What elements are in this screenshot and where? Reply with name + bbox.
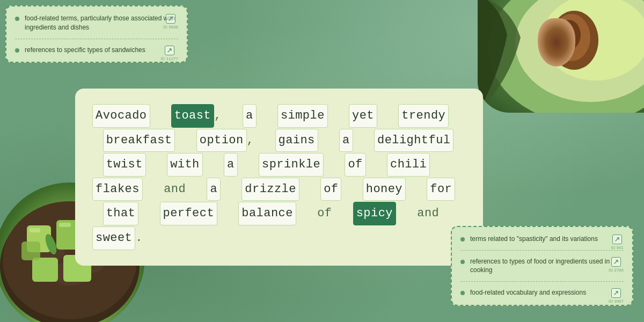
item-id-br-3: ID 3967 [609,299,624,304]
card-divider-br-1 [460,250,624,251]
word-option: option [196,129,247,152]
bullet-br-1 [460,237,465,241]
word-balance: balance [238,202,296,225]
svg-rect-18 [59,223,71,227]
card-divider [15,39,178,39]
card-bottom-right: terms related to "spasticity" and its va… [451,226,633,306]
word-of3: of [317,207,332,220]
link-icon-br-2[interactable] [611,257,621,267]
bullet-br-2 [460,260,465,264]
svg-point-5 [557,20,581,50]
word-of1: of [345,153,365,177]
word-sweet: sweet [92,226,135,250]
word-breakfast: breakfast [103,129,175,152]
word-and1: and [164,182,186,196]
word-a4: a [207,178,221,201]
word-a2: a [339,129,353,152]
word-and2: and [417,207,439,220]
link-icon-br-3[interactable] [611,288,621,298]
external-link-2[interactable]: ID 11277 [161,46,178,61]
word-that: that [103,202,139,225]
card-br-item-3: food-related vocabulary and expressions … [460,288,624,297]
word-delightful: delightful [374,129,453,152]
card-item-2: references to specific types of sandwich… [15,46,178,55]
link-icon-br-1[interactable] [612,235,622,244]
svg-rect-16 [21,241,40,260]
link-icon-2[interactable] [165,46,174,55]
word-toast: toast [171,104,214,128]
item-text-1: food-related terms, particularly those a… [25,14,178,32]
item-text-br-3: food-related vocabulary and expressions [470,288,624,297]
sep-comma-1: , [214,109,222,122]
word-perfect: perfect [160,202,218,225]
item-text-br-1: terms related to "spasticity" and its va… [470,235,624,244]
bullet-br-3 [460,291,465,295]
item-id-br-2: ID 2786 [609,268,624,273]
card-item-1: food-related terms, particularly those a… [15,14,178,32]
word-a3: a [224,153,238,177]
external-link-br-1[interactable]: ID 941 [611,235,624,250]
bullet-1 [15,17,19,21]
word-yet: yet [349,104,377,128]
word-trendy: trendy [398,104,449,128]
external-link-br-2[interactable]: ID 2786 [609,257,624,273]
word-for: for [427,178,455,201]
item-id-2: ID 11277 [161,56,178,61]
sep-period: . [135,231,143,245]
external-link-br-3[interactable]: ID 3967 [609,288,624,304]
item-text-br-2: references to types of food or ingredien… [470,257,624,275]
sep-comma-2: , [247,134,254,147]
item-text-2: references to specific types of sandwich… [25,46,178,55]
main-sentence: Avocado toast, a simple yet trendy break… [92,104,466,251]
svg-rect-17 [30,228,40,232]
item-id-1: ID 5838 [163,25,178,30]
word-sprinkle: sprinkle [259,153,324,177]
bullet-2 [15,48,19,53]
word-of2: of [320,178,341,201]
word-avocado: Avocado [92,104,150,128]
word-chili: chili [387,153,430,177]
word-a1: a [243,104,257,128]
external-link-1[interactable]: ID 5838 [163,14,178,30]
avocado-image-top-right [478,0,644,113]
card-br-item-2: references to types of food or ingredien… [460,257,624,275]
link-icon-1[interactable] [166,14,175,24]
item-id-br-1: ID 941 [611,245,624,250]
word-flakes: flakes [92,178,143,201]
card-top-left: food-related terms, particularly those a… [5,5,188,63]
word-with: with [167,153,203,177]
word-honey: honey [363,178,406,201]
main-text-card: Avocado toast, a simple yet trendy break… [75,89,483,266]
word-simple: simple [277,104,328,128]
svg-rect-14 [32,258,58,282]
word-drizzle: drizzle [241,178,299,201]
card-br-item-1: terms related to "spasticity" and its va… [460,235,624,244]
word-spicy: spicy [353,202,396,225]
word-twist: twist [103,153,146,177]
card-divider-br-2 [460,281,624,282]
word-gains: gains [275,129,318,152]
